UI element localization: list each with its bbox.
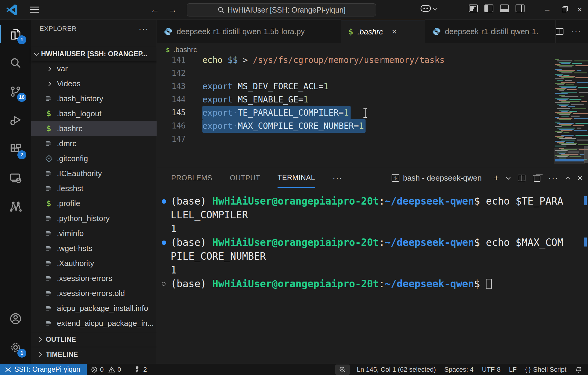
file-icon <box>46 320 52 326</box>
indentation-label: Spaces: 4 <box>444 366 474 374</box>
editor-tab-bar: deepseek-r1-distill-qwen-1.5b-lora.py $ … <box>157 20 588 43</box>
file-row--viminfo[interactable]: .viminfo <box>31 226 157 241</box>
panel-more-tabs-icon[interactable]: ··· <box>332 176 343 179</box>
window-close-button[interactable]: × <box>571 0 588 19</box>
tab-deepseek-lora-py[interactable]: deepseek-r1-distill-qwen-1.5b-lora.py <box>157 20 341 43</box>
file-row--xsession-errors[interactable]: .xsession-errors <box>31 271 157 286</box>
explorer-badge: 1 <box>17 35 26 44</box>
outline-section-header[interactable]: OUTLINE <box>31 332 157 347</box>
remote-indicator[interactable]: SSH: OrangePi-yiqun <box>0 364 87 375</box>
timeline-section-header[interactable]: TIMELINE <box>31 347 157 362</box>
breadcrumb-file: .bashrc <box>173 46 197 54</box>
terminal-output[interactable]: (base) HwHiAiUser@orangepiaipro-20t:~/de… <box>157 194 579 291</box>
code-line-147[interactable]: 147 <box>157 132 588 146</box>
new-terminal-icon[interactable]: + <box>494 173 499 183</box>
workspace-section-header[interactable]: HWHIAIUSER [SSH: ORANGEP... <box>31 47 157 61</box>
editor-more-actions-icon[interactable]: ··· <box>571 30 581 33</box>
minimap-viewport[interactable] <box>554 148 585 164</box>
file-row--bash-history[interactable]: .bash_history <box>31 91 157 106</box>
forward-arrow-button[interactable]: → <box>166 3 179 16</box>
tab-bashrc[interactable]: $ .bashrc × <box>341 20 425 43</box>
file-row--bashrc[interactable]: $.bashrc <box>31 121 157 136</box>
toggle-primary-sidebar-icon[interactable] <box>484 4 493 12</box>
minimap[interactable] <box>555 59 584 164</box>
source-control-activity-icon[interactable]: 16 <box>0 77 31 106</box>
tab-output[interactable]: OUTPUT <box>230 168 260 188</box>
code-line-142[interactable]: 142 <box>157 66 588 80</box>
window-restore-button[interactable] <box>556 0 572 19</box>
file-row--gitconfig[interactable]: .gitconfig <box>31 151 157 166</box>
warnings-count: 0 <box>117 366 121 374</box>
account-activity-icon[interactable] <box>0 304 31 333</box>
back-arrow-button[interactable]: ← <box>148 3 161 16</box>
code-line-144[interactable]: 144export MS_ENABLE_GE=1 <box>157 93 588 106</box>
problems-status[interactable]: 0 0 <box>87 364 125 375</box>
line-number: 147 <box>157 134 202 143</box>
command-center-search[interactable]: HwHiAiUser [SSH: OrangePi-yiqun] <box>187 3 376 16</box>
kill-terminal-icon[interactable] <box>533 174 540 182</box>
explorer-activity-icon[interactable]: 1 <box>0 20 31 49</box>
explorer-more-actions-icon[interactable]: ··· <box>139 27 149 30</box>
language-mode-status[interactable]: { } Shell Script <box>521 364 571 375</box>
tab-label: deepseek-r1-distill-qwen-1. <box>445 27 538 36</box>
file-row--lesshst[interactable]: .lesshst <box>31 181 157 196</box>
code-line-145[interactable]: 145export·TE_PARALLEL_COMPILER=1 <box>157 106 588 119</box>
file-row-videos[interactable]: Videos <box>31 76 157 91</box>
indentation-status[interactable]: Spaces: 4 <box>440 364 478 375</box>
toggle-panel-icon[interactable] <box>500 4 509 12</box>
breadcrumb[interactable]: $ .bashrc <box>157 43 588 56</box>
customize-layout-icon[interactable] <box>469 4 478 12</box>
split-terminal-icon[interactable] <box>518 175 525 181</box>
terminal-scrollbar[interactable] <box>584 189 588 357</box>
explorer-title: EXPLORER <box>40 25 77 33</box>
remote-explorer-activity-icon[interactable] <box>0 164 31 192</box>
mindstudio-activity-icon[interactable] <box>0 192 31 221</box>
file-row--profile[interactable]: $.profile <box>31 196 157 211</box>
code-line-141[interactable]: 141echo $$ > /sys/fs/cgroup/memory/userm… <box>157 56 588 66</box>
code-line-146[interactable]: 146export·MAX_COMPILE_CORE_NUMBER=1 <box>157 119 588 132</box>
tab-problems[interactable]: PROBLEMS <box>171 168 212 188</box>
window-minimize-button[interactable]: – <box>539 0 556 19</box>
ports-status[interactable]: 2 <box>129 364 151 375</box>
notifications-bell[interactable] <box>571 364 588 375</box>
tab-deepseek-lora-py-2[interactable]: deepseek-r1-distill-qwen-1. <box>425 20 556 43</box>
file-row-var[interactable]: var <box>31 61 157 76</box>
file-row--wget-hsts[interactable]: .wget-hsts <box>31 241 157 256</box>
eol-status[interactable]: LF <box>505 364 521 375</box>
file-row-aicpu-package-install-info[interactable]: aicpu_package_install.info <box>31 301 157 316</box>
run-debug-activity-icon[interactable] <box>0 106 31 135</box>
split-editor-icon[interactable] <box>556 28 563 35</box>
tab-close-icon[interactable]: × <box>392 27 397 37</box>
terminal-profile-select[interactable]: $ bash - deepseek-qwen <box>392 173 482 183</box>
zoom-in-icon <box>339 366 346 373</box>
maximize-panel-icon[interactable] <box>566 176 570 181</box>
cursor-position-status[interactable]: Ln 145, Col 1 (62 selected) <box>353 364 440 375</box>
file-tree: varVideos.bash_history$.bash_logout$.bas… <box>31 61 157 331</box>
file-row--iceauthority[interactable]: .ICEauthority <box>31 166 157 181</box>
settings-gear-icon[interactable]: 1 <box>0 333 31 362</box>
terminal-profile-label: bash - deepseek-qwen <box>403 173 482 183</box>
terminal-line: 1 <box>157 222 579 236</box>
bell-dot-icon <box>575 366 582 373</box>
zoom-status[interactable] <box>335 365 350 375</box>
terminal-more-actions-icon[interactable]: ··· <box>548 176 558 179</box>
file-row--xsession-errors-old[interactable]: .xsession-errors.old <box>31 286 157 301</box>
file-row--bash-logout[interactable]: $.bash_logout <box>31 106 157 121</box>
editor-scrollbar[interactable] <box>584 146 588 163</box>
menu-hamburger-icon[interactable] <box>30 7 39 13</box>
code-line-143[interactable]: 143export MS_DEV_FORCE_ACL=1 <box>157 80 588 93</box>
search-activity-icon[interactable] <box>0 49 31 77</box>
toggle-secondary-sidebar-icon[interactable] <box>516 4 525 12</box>
extensions-activity-icon[interactable]: 2 <box>0 135 31 164</box>
line-content: export·MAX_COMPILE_CORE_NUMBER=1 <box>202 121 366 131</box>
encoding-status[interactable]: UTF-8 <box>478 364 505 375</box>
file-row--xauthority[interactable]: .Xauthority <box>31 256 157 271</box>
file-row--python-history[interactable]: .python_history <box>31 211 157 226</box>
copilot-button[interactable] <box>420 5 437 13</box>
file-row--dmrc[interactable]: .dmrc <box>31 136 157 151</box>
close-panel-icon[interactable]: × <box>577 173 583 183</box>
terminal-dropdown-icon[interactable] <box>506 175 511 180</box>
tab-terminal[interactable]: TERMINAL <box>278 168 315 188</box>
file-row-extend-aicpu-package-in-[interactable]: extend_aicpu_package_in... <box>31 316 157 331</box>
file-icon <box>46 95 52 102</box>
